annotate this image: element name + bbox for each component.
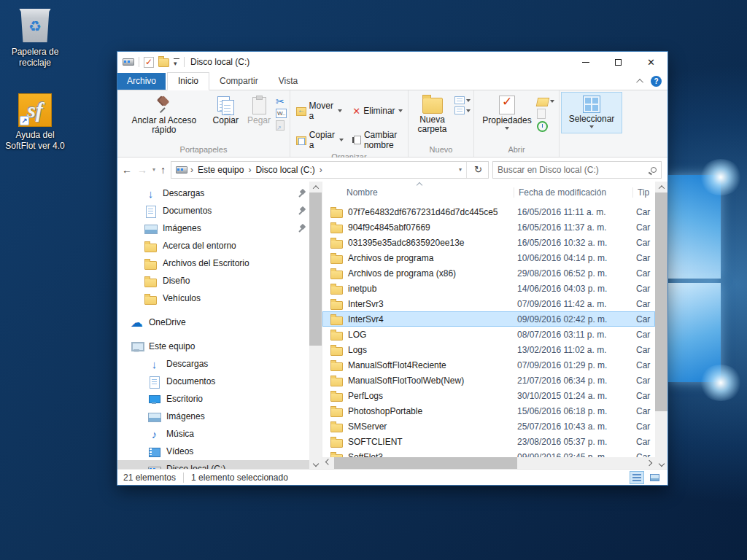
properties-button[interactable]: Propiedades — [479, 93, 535, 132]
refresh-icon[interactable]: ↻ — [470, 164, 487, 175]
file-row[interactable]: InterSvr4 09/09/2016 02:42 p. m. Car — [322, 311, 655, 327]
sidebar-item[interactable]: Este equipo — [117, 338, 309, 355]
sidebar-item[interactable]: Documentos — [117, 373, 309, 390]
horizontal-scrollbar[interactable] — [322, 457, 655, 469]
sidebar-item-label: Descargas — [166, 359, 292, 369]
thumbnails-view-button[interactable] — [647, 471, 662, 484]
file-date: 29/08/2016 06:52 p. m. — [513, 268, 632, 279]
qat-properties-icon[interactable] — [144, 57, 154, 68]
file-row[interactable]: InterSvr3 07/09/2016 11:42 a. m. Car — [322, 296, 655, 311]
desktop-icon-recycle-bin[interactable]: Papelera de reciclaje — [0, 7, 70, 69]
qat-new-folder-icon[interactable] — [158, 58, 169, 67]
maximize-button[interactable] — [602, 52, 635, 72]
copy-button[interactable]: Copiar — [209, 93, 242, 128]
minimize-button[interactable] — [569, 52, 602, 72]
column-header-type[interactable]: Tip — [633, 187, 655, 198]
file-row[interactable]: SMServer 25/07/2016 10:43 a. m. Car — [322, 419, 655, 434]
scroll-up-icon[interactable] — [309, 182, 322, 192]
select-button[interactable]: Seleccionar — [561, 92, 623, 133]
sidebar-item[interactable]: Vídeos — [117, 443, 309, 460]
sidebar-item[interactable]: Descargas — [117, 184, 309, 202]
title-bar[interactable]: ▾ Disco local (C:) ✕ — [117, 52, 667, 72]
copy-to-button[interactable]: Copiar a — [293, 128, 347, 152]
forward-button[interactable]: → — [137, 164, 147, 176]
paste-button[interactable]: Pegar — [244, 93, 274, 128]
up-button[interactable]: ↑ — [160, 164, 166, 176]
tab-inicio[interactable]: Inicio — [167, 72, 209, 90]
file-row[interactable]: Archivos de programa (x86) 29/08/2016 06… — [322, 265, 655, 281]
sidebar-item[interactable]: Documentos — [117, 202, 309, 219]
scroll-left-icon[interactable] — [322, 457, 334, 469]
sidebar-item[interactable]: Acerca del entorno — [117, 237, 309, 254]
paste-shortcut-icon[interactable] — [276, 120, 285, 131]
breadcrumb-this-pc[interactable]: Este equipo — [196, 165, 245, 175]
scroll-down-icon[interactable] — [655, 458, 667, 469]
sidebar-item[interactable]: Escritorio — [117, 390, 309, 408]
file-list-scrollbar[interactable] — [655, 182, 667, 469]
file-row[interactable]: 904f9c4845abf07669 16/05/2016 11:37 a. m… — [322, 219, 655, 235]
sidebar-item[interactable]: OneDrive — [117, 314, 309, 331]
file-name: Archivos de programa — [343, 253, 513, 263]
sidebar-item[interactable]: Disco local (C:) — [117, 460, 309, 469]
new-item-button[interactable] — [454, 106, 471, 114]
qat-customize-icon[interactable]: ▾ — [174, 58, 179, 66]
scroll-up-icon[interactable] — [655, 182, 667, 192]
breadcrumb[interactable]: › Este equipo › Disco local (C:) › ▾ ↻ — [171, 161, 489, 179]
file-row[interactable]: 07f7e64832df6767231d46d7dc445ce5 16/05/2… — [322, 204, 655, 219]
rename-button[interactable]: Cambiar nombre — [351, 128, 405, 152]
close-button[interactable]: ✕ — [635, 52, 667, 72]
file-row[interactable]: ManualSoftFlot4Reciente 07/09/2016 01:29… — [322, 357, 655, 373]
folder-icon — [330, 236, 343, 249]
breadcrumb-local-disk[interactable]: Disco local (C:) — [254, 165, 316, 175]
desktop-icon-softflot-help[interactable]: sf ↗ Ayuda del SoftFlot ver 4.0 — [0, 93, 70, 152]
tab-compartir[interactable]: Compartir — [209, 73, 268, 90]
edit-icon[interactable] — [537, 109, 546, 119]
sidebar-item[interactable]: Vehículos — [117, 289, 309, 307]
address-dropdown-icon[interactable]: ▾ — [454, 162, 467, 178]
file-row[interactable]: inetpub 14/06/2016 04:03 p. m. Car — [322, 281, 655, 296]
pin-to-quick-access-button[interactable]: Anclar al Acceso rápido — [120, 93, 208, 137]
file-row[interactable]: PerfLogs 30/10/2015 01:24 a. m. Car — [322, 388, 655, 403]
easy-access-button[interactable] — [454, 96, 471, 104]
file-row[interactable]: SoftFlot3 09/09/2016 03:45 p. m. Car — [322, 449, 655, 457]
cut-icon[interactable]: ✂ — [276, 96, 287, 106]
history-icon[interactable] — [537, 121, 548, 132]
file-row[interactable]: PhotoshopPortable 15/06/2016 06:18 p. m.… — [322, 403, 655, 419]
scroll-right-icon[interactable] — [643, 457, 655, 469]
sidebar-item[interactable]: Descargas — [117, 355, 309, 373]
delete-button[interactable]: ✕ Eliminar — [349, 99, 405, 122]
help-icon[interactable]: ? — [651, 76, 662, 87]
tab-archivo[interactable]: Archivo — [117, 73, 166, 90]
sidebar-item[interactable]: Imágenes — [117, 219, 309, 237]
file-row[interactable]: ManualSoftFlotToolWeb(New) 21/07/2016 06… — [322, 373, 655, 388]
column-header-date[interactable]: Fecha de modificación — [514, 187, 633, 198]
scroll-down-icon[interactable] — [309, 458, 322, 469]
copy-path-icon[interactable]: W.. — [276, 109, 287, 118]
back-button[interactable]: ← — [122, 164, 132, 176]
move-to-button[interactable]: Mover a — [293, 99, 345, 122]
scrollbar-thumb[interactable] — [309, 192, 322, 346]
new-folder-button[interactable]: Nueva carpeta — [411, 93, 453, 136]
sidebar-item[interactable]: Archivos del Escritorio — [117, 254, 309, 272]
tab-vista[interactable]: Vista — [268, 73, 308, 90]
file-row[interactable]: SOFTCLIENT 23/08/2016 05:37 p. m. Car — [322, 434, 655, 449]
open-button[interactable] — [537, 96, 554, 106]
sidebar-item[interactable]: Diseño — [117, 272, 309, 289]
search-box[interactable] — [492, 161, 662, 179]
minimize-ribbon-icon[interactable] — [636, 79, 643, 86]
file-row[interactable]: Logs 13/02/2016 11:02 a. m. Car — [322, 342, 655, 357]
scrollbar-thumb[interactable] — [655, 192, 667, 411]
sidebar-item[interactable]: Música — [117, 425, 309, 443]
sidebar-item[interactable]: Imágenes — [117, 408, 309, 425]
column-header-name[interactable]: Nombre — [322, 187, 514, 198]
search-input[interactable] — [498, 165, 651, 175]
scrollbar-thumb[interactable] — [334, 457, 517, 469]
copy-to-icon — [296, 136, 306, 145]
file-row[interactable]: Archivos de programa 10/06/2016 04:14 p.… — [322, 250, 655, 265]
file-row[interactable]: 031395e35adc8635920ee13e 16/05/2016 10:3… — [322, 235, 655, 250]
recent-locations-icon[interactable]: ▾ — [152, 166, 155, 173]
details-view-button[interactable] — [630, 471, 644, 484]
file-row[interactable]: LOG 08/07/2016 03:11 p. m. Car — [322, 327, 655, 342]
sidebar-scrollbar[interactable] — [309, 182, 322, 469]
search-icon[interactable] — [651, 167, 657, 173]
